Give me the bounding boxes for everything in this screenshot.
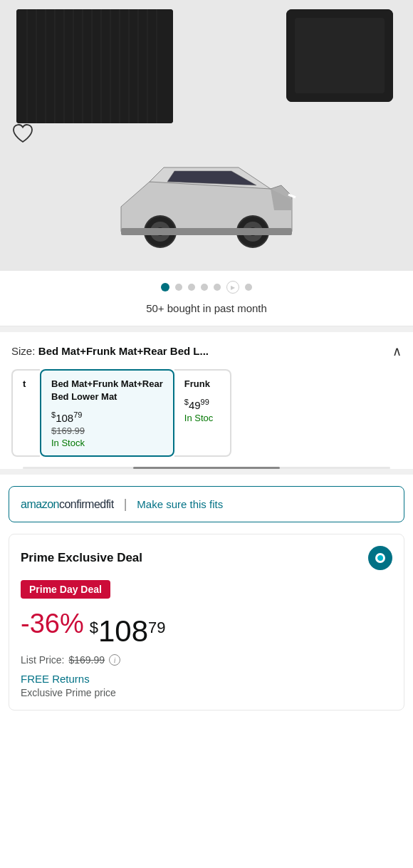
- exclusive-price-text: Exclusive Prime price: [21, 687, 392, 698]
- scroll-indicator: [23, 467, 390, 469]
- section-divider-1: [0, 326, 413, 332]
- size-selected-value: Bed Mat+Frunk Mat+Rear Bed L...: [38, 345, 209, 357]
- price-dollar: 108: [98, 614, 148, 649]
- size-option-stock-right: In Stoc: [184, 413, 220, 423]
- size-option-stock: In Stock: [51, 438, 163, 448]
- image-gallery[interactable]: [0, 0, 413, 271]
- prime-deal-header: Prime Exclusive Deal: [21, 546, 392, 570]
- size-header: Size: Bed Mat+Frunk Mat+Rear Bed L... ∧: [11, 343, 402, 359]
- fit-divider: |: [124, 497, 127, 512]
- amazon-confirmed-fit-logo: amazonconfirmedfit: [21, 498, 114, 511]
- dot-1[interactable]: [161, 283, 169, 291]
- free-returns[interactable]: FREE Returns: [21, 673, 392, 685]
- scroll-thumb: [133, 467, 280, 469]
- dot-play[interactable]: ▶: [226, 281, 239, 294]
- info-icon[interactable]: i: [109, 654, 120, 666]
- prime-day-badge: Prime Day Deal: [21, 580, 110, 599]
- list-price-original: $169.99: [68, 654, 105, 666]
- dot-7[interactable]: [245, 284, 252, 291]
- discount-percent: -36%: [21, 609, 84, 639]
- dot-3[interactable]: [188, 284, 195, 291]
- confirmed-fit-text: confirmedfit: [59, 498, 114, 510]
- section-divider-2: [0, 469, 413, 475]
- size-options-row: t Bed Mat+Frunk Mat+RearBed Lower Mat $1…: [11, 369, 402, 467]
- bought-count: 50+ bought in past month: [0, 298, 413, 326]
- amazon-text: amazon: [21, 498, 59, 510]
- mat-image-right: [286, 9, 393, 102]
- dot-2[interactable]: [175, 284, 182, 291]
- confirmed-fit-section[interactable]: amazonconfirmedfit | Make sure this fits: [9, 486, 404, 522]
- size-option-partial-left[interactable]: t: [11, 369, 40, 457]
- size-option-partial-right[interactable]: Frunk $4999 In Stoc: [174, 369, 231, 457]
- mat-image-left: [16, 9, 173, 123]
- size-label: Size:: [11, 345, 35, 357]
- size-option-price: $10879: [51, 410, 163, 424]
- truck-image: [100, 146, 313, 264]
- dot-4[interactable]: [201, 284, 208, 291]
- list-price-label: List Price:: [21, 654, 64, 666]
- dot-5[interactable]: [214, 284, 221, 291]
- price-cents: 79: [148, 619, 165, 637]
- wishlist-button[interactable]: [11, 123, 34, 148]
- current-price: $10879: [90, 614, 166, 649]
- image-dots: ▶: [0, 271, 413, 298]
- prime-inner-dot: [375, 553, 385, 563]
- heart-icon: [11, 123, 34, 145]
- size-option-name-partial: t: [23, 378, 30, 391]
- size-option-selected[interactable]: Bed Mat+Frunk Mat+RearBed Lower Mat $108…: [40, 369, 174, 457]
- price-row: -36% $10879: [21, 609, 392, 649]
- size-option-price-right: $4999: [184, 398, 220, 411]
- size-collapse-button[interactable]: ∧: [392, 343, 402, 359]
- size-option-name-right: Frunk: [184, 378, 220, 391]
- price-dollar-sign: $: [90, 619, 98, 637]
- list-price-row: List Price: $169.99 i: [21, 654, 392, 666]
- size-section: Size: Bed Mat+Frunk Mat+Rear Bed L... ∧ …: [0, 332, 413, 469]
- size-option-original-price: $169.99: [51, 425, 163, 436]
- size-label-row: Size: Bed Mat+Frunk Mat+Rear Bed L...: [11, 345, 209, 358]
- prime-icon: [368, 546, 392, 570]
- prime-deal-section: Prime Exclusive Deal Prime Day Deal -36%…: [9, 534, 404, 711]
- product-image-section: ▶ 50+ bought in past month: [0, 0, 413, 326]
- prime-deal-title: Prime Exclusive Deal: [21, 551, 142, 565]
- svg-rect-0: [16, 9, 173, 123]
- make-sure-fits-link[interactable]: Make sure this fits: [137, 498, 223, 510]
- svg-rect-17: [295, 18, 385, 93]
- size-option-name-selected: Bed Mat+Frunk Mat+RearBed Lower Mat: [51, 378, 163, 403]
- svg-rect-28: [121, 228, 292, 235]
